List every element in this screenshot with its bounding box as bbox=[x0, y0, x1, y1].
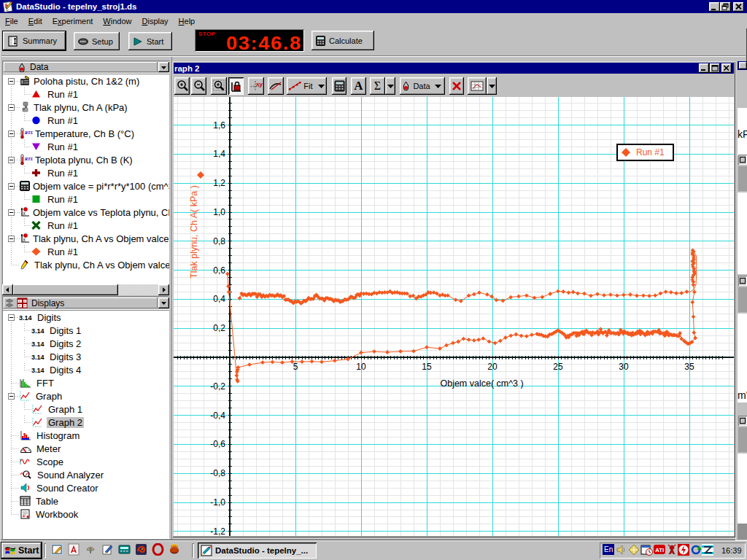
svg-text:-1,2: -1,2 bbox=[210, 526, 225, 536]
svg-text:-1,0: -1,0 bbox=[210, 497, 225, 508]
svg-text:-0,6: -0,6 bbox=[210, 439, 225, 449]
svg-text:En: En bbox=[604, 545, 613, 553]
svg-text:Objem valce( cm^3 ): Objem valce( cm^3 ) bbox=[440, 378, 523, 389]
svg-text:0,2: 0,2 bbox=[213, 323, 225, 333]
svg-text:35: 35 bbox=[684, 362, 694, 372]
svg-text:-0,8: -0,8 bbox=[210, 468, 225, 478]
svg-text:RTD: RTD bbox=[24, 157, 33, 161]
svg-text:x: x bbox=[23, 211, 26, 216]
svg-text:3.14: 3.14 bbox=[31, 341, 44, 348]
svg-text:xy: xy bbox=[256, 81, 263, 88]
svg-text:Tlak plynu, Ch A( kPa ): Tlak plynu, Ch A( kPa ) bbox=[189, 185, 199, 279]
svg-text:-0,4: -0,4 bbox=[210, 411, 225, 421]
svg-text:3.14: 3.14 bbox=[31, 354, 44, 361]
svg-text:1,0: 1,0 bbox=[213, 207, 225, 217]
svg-text:Run #1: Run #1 bbox=[636, 147, 665, 158]
svg-text:30: 30 bbox=[619, 362, 629, 372]
svg-text:5: 5 bbox=[293, 362, 298, 372]
svg-text:ATI: ATI bbox=[655, 547, 664, 553]
svg-text:1,4: 1,4 bbox=[213, 149, 225, 159]
svg-text:20: 20 bbox=[487, 362, 498, 372]
svg-text:x: x bbox=[23, 237, 26, 242]
svg-text:3.14: 3.14 bbox=[31, 367, 44, 374]
svg-text:0,4: 0,4 bbox=[213, 294, 225, 304]
svg-text:RTD: RTD bbox=[24, 131, 33, 135]
svg-text:0,8: 0,8 bbox=[213, 236, 225, 246]
svg-text:25: 25 bbox=[553, 362, 563, 372]
svg-text:3.14: 3.14 bbox=[31, 327, 44, 335]
svg-text:1,2: 1,2 bbox=[213, 178, 225, 188]
svg-text:1,6: 1,6 bbox=[213, 120, 225, 131]
svg-text:-0,2: -0,2 bbox=[210, 381, 225, 392]
svg-text:3.14: 3.14 bbox=[19, 314, 32, 322]
svg-text:0,6: 0,6 bbox=[213, 265, 225, 276]
svg-text:15: 15 bbox=[422, 362, 432, 372]
svg-text:10: 10 bbox=[356, 362, 366, 372]
